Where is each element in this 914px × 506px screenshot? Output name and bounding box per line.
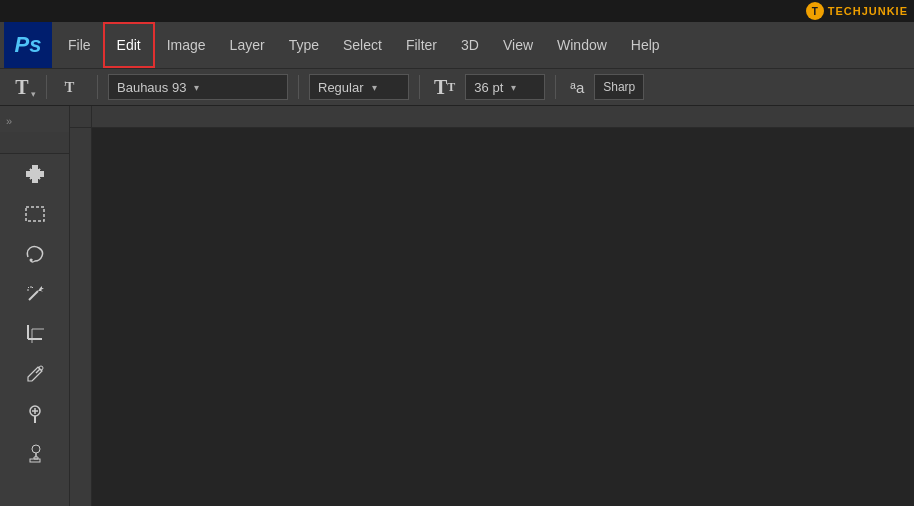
menu-3d[interactable]: 3D xyxy=(449,22,491,68)
menu-edit[interactable]: Edit xyxy=(103,22,155,68)
ps-logo: Ps xyxy=(4,22,52,68)
svg-line-8 xyxy=(29,291,38,300)
toolbar-ruler xyxy=(0,132,69,154)
font-name-arrow: ▾ xyxy=(194,82,199,93)
tool-marquee-rect[interactable] xyxy=(13,195,57,233)
svg-line-11 xyxy=(28,287,29,288)
tool-magic-wand[interactable] xyxy=(13,275,57,313)
options-bar: T ▾ T ↕ Bauhaus 93 ▾ Regular ▾ TT 36 pt … xyxy=(0,68,914,106)
ruler-top xyxy=(92,106,914,128)
techjunkie-logo: T TECHJUNKIE xyxy=(806,2,908,20)
ruler-row-top xyxy=(70,106,914,128)
logo-icon: T xyxy=(806,2,824,20)
ruler-corner xyxy=(70,106,92,128)
antialiasing-value: Sharp xyxy=(603,80,635,94)
font-size-arrow: ▾ xyxy=(511,82,516,93)
separator-1 xyxy=(46,75,47,99)
menu-select[interactable]: Select xyxy=(331,22,394,68)
tool-lasso[interactable] xyxy=(13,235,57,273)
antialiasing-dropdown[interactable]: Sharp xyxy=(594,74,644,100)
font-size-value: 36 pt xyxy=(474,80,503,95)
svg-marker-9 xyxy=(38,286,44,292)
text-tool-T: T xyxy=(15,76,28,99)
separator-4 xyxy=(419,75,420,99)
menu-image[interactable]: Image xyxy=(155,22,218,68)
expand-arrows-icon: » xyxy=(6,115,12,127)
font-name-dropdown[interactable]: Bauhaus 93 ▾ xyxy=(108,74,288,100)
svg-text:↕: ↕ xyxy=(63,79,67,88)
separator-2 xyxy=(97,75,98,99)
ruler-left xyxy=(70,128,92,506)
separator-3 xyxy=(298,75,299,99)
font-size-icon: TT xyxy=(430,74,459,101)
font-size-dropdown[interactable]: 36 pt ▾ xyxy=(465,74,545,100)
text-orient-icon[interactable]: T ↕ xyxy=(57,74,87,100)
svg-rect-6 xyxy=(26,207,44,221)
left-toolbar: » xyxy=(0,106,70,506)
tool-move[interactable] xyxy=(13,155,57,193)
logo-text: TECHJUNKIE xyxy=(828,5,908,17)
font-style-value: Regular xyxy=(318,80,364,95)
menu-file[interactable]: File xyxy=(56,22,103,68)
menu-filter[interactable]: Filter xyxy=(394,22,449,68)
menu-bar: Ps File Edit Image Layer Type Select Fil… xyxy=(0,22,914,68)
text-tool-dropdown-arrow: ▾ xyxy=(31,89,36,99)
svg-line-13 xyxy=(32,287,33,288)
menu-view[interactable]: View xyxy=(491,22,545,68)
canvas-area[interactable] xyxy=(92,128,914,506)
tool-stamp[interactable] xyxy=(13,435,57,473)
toolbar-expand[interactable]: » xyxy=(0,110,69,132)
menu-window[interactable]: Window xyxy=(545,22,619,68)
main-layout: » xyxy=(0,106,914,506)
tool-crop[interactable] xyxy=(13,315,57,353)
svg-point-7 xyxy=(29,259,32,262)
font-style-dropdown[interactable]: Regular ▾ xyxy=(309,74,409,100)
tool-healing[interactable] xyxy=(13,395,57,433)
canvas-row xyxy=(70,128,914,506)
aa-icon: ªa xyxy=(566,77,588,98)
menu-layer[interactable]: Layer xyxy=(218,22,277,68)
menu-help[interactable]: Help xyxy=(619,22,672,68)
separator-5 xyxy=(555,75,556,99)
text-tool-icon[interactable]: T ▾ xyxy=(8,73,36,101)
svg-rect-24 xyxy=(30,459,40,462)
menu-type[interactable]: Type xyxy=(277,22,331,68)
font-style-arrow: ▾ xyxy=(372,82,377,93)
title-bar: T TECHJUNKIE xyxy=(0,0,914,22)
canvas-with-rulers xyxy=(70,106,914,506)
tool-eyedropper[interactable] xyxy=(13,355,57,393)
font-name-value: Bauhaus 93 xyxy=(117,80,186,95)
